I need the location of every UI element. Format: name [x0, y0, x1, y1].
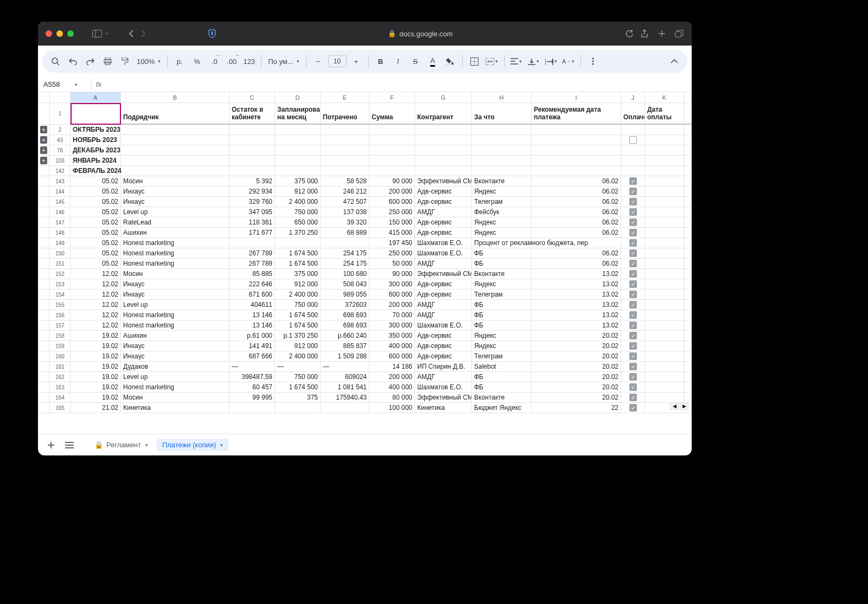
cell[interactable]: ✓ [621, 197, 645, 207]
cell[interactable]: 12.02 [71, 269, 121, 279]
cell[interactable] [645, 228, 684, 238]
cell[interactable]: Яндекс [472, 279, 532, 290]
cell[interactable] [275, 166, 321, 176]
cell[interactable]: Вконтакте [472, 393, 532, 403]
cell[interactable]: 19.02 [71, 331, 121, 341]
cell[interactable] [472, 135, 532, 145]
cell[interactable]: ✓ [621, 320, 645, 331]
cell[interactable]: 05.02 [71, 248, 121, 259]
cell[interactable]: Остаток в кабинете [229, 103, 275, 125]
borders-button[interactable] [467, 54, 482, 69]
maximize-window-button[interactable] [67, 30, 74, 37]
expand-group-button[interactable]: + [40, 126, 47, 133]
cell[interactable]: Level up [121, 300, 229, 310]
cell[interactable]: 12.02 [71, 279, 121, 290]
cell[interactable]: 150 000 [369, 217, 415, 228]
cell[interactable]: 12.02 [71, 300, 121, 310]
cell[interactable] [532, 238, 621, 248]
cell[interactable] [415, 145, 472, 156]
cell[interactable] [321, 238, 369, 248]
cell[interactable]: АМДГ [415, 372, 472, 382]
cell[interactable]: ✓ [621, 403, 645, 413]
cell[interactable]: Эффективный СМ [415, 176, 472, 187]
minimize-window-button[interactable] [56, 30, 63, 37]
cell[interactable]: 329 760 [229, 197, 275, 207]
cell[interactable]: 06.02 [532, 176, 621, 187]
cell[interactable]: 12.02 [71, 290, 121, 300]
cell[interactable]: 20.02 [532, 393, 621, 403]
zoom-dropdown[interactable]: 100%▾ [135, 57, 163, 66]
cell[interactable]: р.660 240 [321, 331, 369, 341]
decrease-decimal-button[interactable]: .0← [207, 54, 222, 69]
cell[interactable]: ✓ [621, 217, 645, 228]
cell[interactable]: ✓ [621, 228, 645, 238]
cell[interactable]: 989 055 [321, 290, 369, 300]
cell[interactable]: 671 600 [229, 290, 275, 300]
cell[interactable]: 100 680 [321, 269, 369, 279]
cell[interactable]: 171 677 [229, 228, 275, 238]
cell[interactable]: Фейсбук [472, 207, 532, 217]
cell[interactable]: Бюджет Яндекс [472, 403, 532, 413]
cell[interactable]: АМДГ [415, 310, 472, 320]
cell[interactable]: RateLead [121, 217, 229, 228]
cell[interactable] [645, 269, 684, 279]
cell[interactable] [472, 166, 532, 176]
cell[interactable]: ФБ [472, 248, 532, 259]
cell[interactable]: Мосин [121, 176, 229, 187]
cell[interactable]: Инхаус [121, 187, 229, 197]
cell[interactable] [229, 166, 275, 176]
row-number[interactable]: 162 [50, 372, 71, 382]
cell[interactable]: Honest marketing [121, 310, 229, 320]
cell[interactable] [121, 145, 229, 156]
cell[interactable] [645, 145, 684, 156]
cell[interactable] [645, 279, 684, 290]
cell[interactable]: ✓ [621, 310, 645, 320]
checkbox-checked[interactable]: ✓ [629, 394, 637, 401]
cell[interactable]: 254 175 [321, 248, 369, 259]
all-sheets-button[interactable] [62, 438, 77, 453]
cell[interactable] [645, 187, 684, 197]
cell[interactable]: 20.02 [532, 372, 621, 382]
cell[interactable]: Адв-сервис [415, 290, 472, 300]
cell[interactable] [645, 300, 684, 310]
cell[interactable]: 267 789 [229, 259, 275, 269]
cell[interactable]: 508 043 [321, 279, 369, 290]
cell[interactable]: 650 000 [275, 217, 321, 228]
cell[interactable]: 600 000 [369, 351, 415, 362]
cell[interactable]: 375 000 [275, 269, 321, 279]
cell[interactable] [472, 145, 532, 156]
checkbox-checked[interactable]: ✓ [629, 352, 637, 360]
column-header[interactable]: J [621, 92, 645, 103]
cell[interactable]: Яндекс [472, 217, 532, 228]
cell[interactable]: ✓ [621, 176, 645, 187]
cell[interactable]: 90 000 [369, 269, 415, 279]
cell[interactable]: 13 146 [229, 320, 275, 331]
bold-button[interactable]: B [373, 54, 388, 69]
text-rotation-button[interactable]: A→▾ [561, 54, 576, 69]
cell[interactable]: Адв-сервис [415, 187, 472, 197]
cell[interactable]: Рекомендуемая дата платежа [532, 103, 621, 125]
checkbox-checked[interactable]: ✓ [629, 311, 637, 319]
cell[interactable] [121, 135, 229, 145]
cell[interactable]: Ашихин [121, 331, 229, 341]
cell[interactable]: 20.02 [532, 382, 621, 393]
checkbox-checked[interactable]: ✓ [629, 229, 637, 236]
row-number[interactable]: 159 [50, 341, 71, 351]
cell[interactable]: 398487,59 [229, 372, 275, 382]
sidebar-toggle-icon[interactable] [92, 29, 102, 38]
row-number[interactable]: 152 [50, 269, 71, 279]
row-number[interactable]: 143 [50, 176, 71, 187]
column-header[interactable]: G [415, 92, 472, 103]
row-number[interactable]: 149 [50, 238, 71, 248]
cell[interactable]: 12.02 [71, 310, 121, 320]
row-number[interactable]: 161 [50, 362, 71, 372]
cell[interactable]: 1 674 500 [275, 320, 321, 331]
cell[interactable]: Шахматов Е.О. [415, 382, 472, 393]
close-window-button[interactable] [46, 30, 52, 37]
cell[interactable] [645, 176, 684, 187]
cell[interactable]: Дата оплаты [645, 103, 684, 125]
cell[interactable]: 197 450 [369, 238, 415, 248]
reload-button[interactable] [624, 29, 634, 38]
cell[interactable]: ✓ [621, 393, 645, 403]
cell[interactable]: 13.02 [532, 320, 621, 331]
